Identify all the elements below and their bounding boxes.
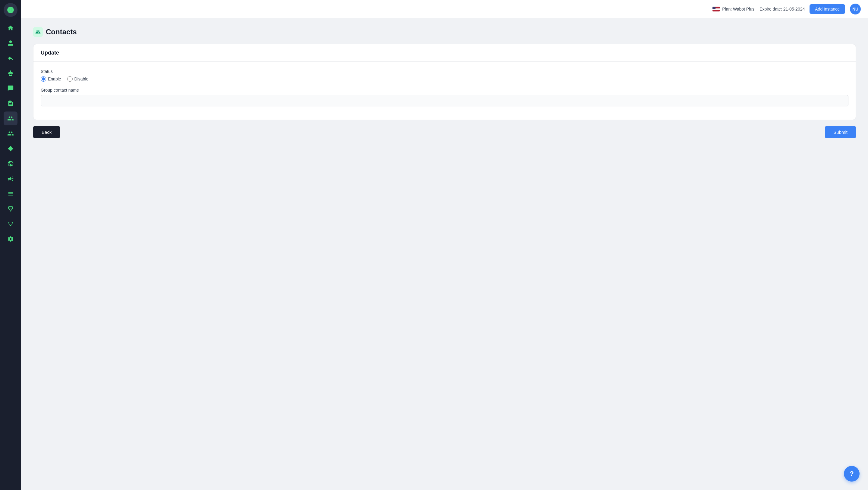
sidebar-item-home[interactable] xyxy=(4,21,18,35)
group-contact-name-label: Group contact name xyxy=(41,88,848,93)
plan-label: Plan: Wabot Plus xyxy=(722,7,754,11)
sidebar-item-replies[interactable] xyxy=(4,51,18,65)
sidebar-item-plugin[interactable] xyxy=(4,142,18,155)
flag-icon xyxy=(712,7,720,11)
sidebar-item-chat[interactable] xyxy=(4,81,18,95)
help-button[interactable]: ? xyxy=(844,466,860,482)
submit-button[interactable]: Submit xyxy=(825,126,856,138)
sidebar-item-sequences[interactable] xyxy=(4,187,18,201)
svg-point-2 xyxy=(12,222,13,223)
page-title: Contacts xyxy=(46,28,77,36)
sidebar-item-diamond[interactable] xyxy=(4,202,18,216)
add-instance-button[interactable]: Add Instance xyxy=(809,4,845,14)
status-group: Status Enable Disable xyxy=(41,69,848,82)
disable-label: Disable xyxy=(74,76,89,81)
card-header: Update xyxy=(33,44,856,62)
expire-label: Expire date: 21-05-2024 xyxy=(760,7,805,11)
enable-label: Enable xyxy=(48,76,61,81)
main-content: Contacts Update Status Enable xyxy=(21,18,868,490)
sidebar-item-network[interactable] xyxy=(4,157,18,171)
sidebar-item-contact-group[interactable] xyxy=(4,112,18,125)
sidebar-item-flows[interactable] xyxy=(4,217,18,231)
update-card: Update Status Enable Disable xyxy=(33,44,856,120)
group-contact-name-input[interactable] xyxy=(41,95,848,106)
header: Plan: Wabot Plus Expire date: 21-05-2024… xyxy=(21,0,868,18)
radio-group: Enable Disable xyxy=(41,76,848,82)
card-body: Status Enable Disable Group co xyxy=(33,62,856,120)
sidebar-item-settings[interactable] xyxy=(4,232,18,246)
sidebar-item-bot[interactable] xyxy=(4,66,18,80)
page-title-icon xyxy=(33,27,43,37)
plan-info: Plan: Wabot Plus Expire date: 21-05-2024 xyxy=(712,6,805,12)
enable-radio-label[interactable]: Enable xyxy=(41,76,61,82)
back-button[interactable]: Back xyxy=(33,126,60,138)
status-label: Status xyxy=(41,69,848,74)
action-row: Back Submit xyxy=(33,126,856,138)
header-divider xyxy=(757,6,757,12)
help-icon: ? xyxy=(849,470,854,478)
sidebar xyxy=(0,0,21,490)
sidebar-item-campaigns[interactable] xyxy=(4,172,18,186)
sidebar-item-team[interactable] xyxy=(4,127,18,141)
svg-point-1 xyxy=(8,222,10,223)
sidebar-item-export[interactable] xyxy=(4,96,18,110)
sidebar-item-contacts[interactable] xyxy=(4,36,18,50)
disable-radio-label[interactable]: Disable xyxy=(67,76,89,82)
user-avatar[interactable]: NU xyxy=(850,4,861,14)
card-header-title: Update xyxy=(41,50,59,56)
svg-point-0 xyxy=(10,9,12,11)
app-logo[interactable] xyxy=(4,3,18,17)
group-contact-name-group: Group contact name xyxy=(41,88,848,106)
disable-radio[interactable] xyxy=(67,76,73,82)
enable-radio[interactable] xyxy=(41,76,46,82)
page-title-row: Contacts xyxy=(33,27,856,37)
